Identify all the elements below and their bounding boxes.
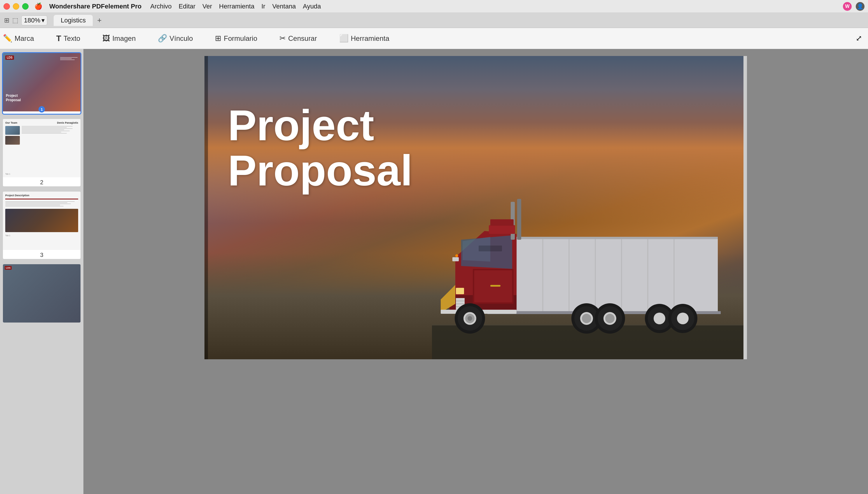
tabbar: ⊞ ⬚ 180% ▾ Logistics + xyxy=(0,13,868,28)
user-avatar: 👤 xyxy=(856,2,865,11)
toolbar-herramienta[interactable]: ⬜ Herramienta xyxy=(336,32,392,45)
thumb1-lines xyxy=(60,57,78,60)
page-number-3: 3 xyxy=(3,250,80,259)
texto-icon: T xyxy=(56,34,61,43)
svg-point-26 xyxy=(468,316,472,321)
toolbar-vinculo[interactable]: 🔗 Vínculo xyxy=(155,32,196,45)
toolbar-right: ⤢ xyxy=(856,34,868,43)
thumb3-footer: Tab 1 xyxy=(5,234,78,236)
page-thumb-4[interactable]: LDS xyxy=(3,264,80,323)
doc-page-1: Project Proposal xyxy=(205,56,747,359)
thumb1-inner: LDS ProjectProposal xyxy=(3,53,80,111)
layout-icon[interactable]: ⬚ xyxy=(12,17,18,24)
svg-rect-14 xyxy=(490,285,501,287)
sidebar: LDS ProjectProposal 1 Our Team xyxy=(0,49,83,494)
title-line1: Project xyxy=(228,101,374,149)
svg-point-50 xyxy=(455,254,458,257)
thumb1-title: ProjectProposal xyxy=(6,94,21,103)
toolbar-censurar[interactable]: ✂ Censurar xyxy=(277,32,320,45)
svg-rect-20 xyxy=(456,288,464,294)
t3l3 xyxy=(5,204,71,204)
menu-archivo[interactable]: Archivo xyxy=(147,1,174,12)
page-number-2: 2 xyxy=(3,177,80,186)
menu-ventana[interactable]: Ventana xyxy=(269,1,299,12)
thumb1-badge: LDS xyxy=(5,55,14,60)
close-button[interactable] xyxy=(3,3,10,10)
thumb3-bar xyxy=(5,198,78,200)
thumb2-footer: Tab 1 xyxy=(5,171,78,175)
line3 xyxy=(22,128,73,129)
svg-rect-48 xyxy=(490,219,514,226)
thumb2-photo2 xyxy=(5,136,20,145)
scroll-track[interactable] xyxy=(743,56,747,359)
thumb3-title: Project Description xyxy=(5,194,78,197)
avatar: W xyxy=(843,2,852,11)
doc-area[interactable]: Project Proposal xyxy=(83,49,868,494)
imagen-icon: 🖼 xyxy=(102,34,110,43)
thumb2-header: Our Team Denis Panagiotis xyxy=(5,121,78,124)
svg-point-41 xyxy=(654,312,665,324)
menubar: 🍎 Wondershare PDFelement Pro Archivo Edi… xyxy=(0,0,868,13)
thumb1-bg: LDS ProjectProposal xyxy=(3,53,80,111)
minimize-button[interactable] xyxy=(13,3,19,10)
expand-icon[interactable]: ⤢ xyxy=(856,34,862,42)
svg-rect-51 xyxy=(479,246,502,251)
menu-herramienta[interactable]: Herramienta xyxy=(216,1,257,12)
menu-ver[interactable]: Ver xyxy=(200,1,215,12)
grid-icon[interactable]: ⊞ xyxy=(4,17,10,24)
censurar-icon: ✂ xyxy=(279,34,286,43)
formulario-icon: ⊞ xyxy=(215,34,221,43)
toolbar-formulario[interactable]: ⊞ Formulario xyxy=(212,32,260,45)
svg-point-44 xyxy=(677,312,688,324)
line5 xyxy=(22,131,70,131)
menu-editar[interactable]: Editar xyxy=(176,1,198,12)
svg-point-38 xyxy=(605,314,615,323)
page-number-1: 1 xyxy=(3,111,80,114)
add-tab-button[interactable]: + xyxy=(94,16,105,25)
page-num-badge-1: 1 xyxy=(38,106,45,113)
menu-ayuda[interactable]: Ayuda xyxy=(300,1,324,12)
toolbar-vinculo-label: Vínculo xyxy=(169,34,193,42)
tab-label: Logistics xyxy=(61,17,86,24)
toolbar-censurar-label: Censurar xyxy=(288,34,317,42)
page-thumb-2[interactable]: Our Team Denis Panagiotis xyxy=(3,119,80,186)
thumb2-our-team: Our Team xyxy=(5,121,17,124)
page-background: Project Proposal xyxy=(205,56,747,359)
main-content: LDS ProjectProposal 1 Our Team xyxy=(0,49,868,494)
herramienta-icon: ⬜ xyxy=(339,34,348,43)
thumb2-bg: Our Team Denis Panagiotis xyxy=(3,119,80,177)
thumb2-inner: Our Team Denis Panagiotis xyxy=(3,119,80,177)
left-strip xyxy=(205,56,208,359)
thumb2-photo1 xyxy=(5,126,20,135)
project-title: Project Proposal xyxy=(228,103,724,193)
page-thumb-3[interactable]: Project Description Tab 1 3 xyxy=(3,192,80,259)
window-controls: ⊞ ⬚ 180% ▾ xyxy=(4,16,47,25)
svg-rect-49 xyxy=(452,257,459,261)
thumb1-line2 xyxy=(60,58,72,59)
toolbar-marca[interactable]: ✏️ Marca xyxy=(0,32,37,45)
maximize-button[interactable] xyxy=(22,3,29,10)
menu-ir[interactable]: Ir xyxy=(259,1,268,12)
thumb3-bg: Project Description Tab 1 xyxy=(3,192,80,250)
toolbar-texto[interactable]: T Texto xyxy=(53,32,83,45)
toolbar-imagen[interactable]: 🖼 Imagen xyxy=(99,32,138,45)
line6 xyxy=(22,132,61,132)
thumb3-lines xyxy=(5,201,78,207)
app-name: Wondershare PDFelement Pro xyxy=(49,3,141,10)
thumb1-line3 xyxy=(60,59,75,60)
thumb2-text-lines xyxy=(22,126,78,145)
line1 xyxy=(22,126,73,127)
thumb3-photo xyxy=(5,209,78,232)
line4 xyxy=(22,130,64,130)
page-thumb-1[interactable]: LDS ProjectProposal 1 xyxy=(3,53,80,114)
thumb4-badge: LDS xyxy=(5,266,12,270)
svg-point-34 xyxy=(582,314,591,323)
tab-logistics[interactable]: Logistics xyxy=(54,15,93,26)
toolbar-imagen-label: Imagen xyxy=(112,34,136,42)
thumb3-inner: Project Description Tab 1 xyxy=(3,192,80,250)
toolbar: ✏️ Marca T Texto 🖼 Imagen 🔗 Vínculo ⊞ Fo… xyxy=(0,28,868,49)
zoom-select[interactable]: 180% ▾ xyxy=(21,16,47,25)
traffic-lights xyxy=(3,3,29,10)
toolbar-herramienta-label: Herramienta xyxy=(351,34,389,42)
menu-items: Archivo Editar Ver Herramienta Ir Ventan… xyxy=(147,1,324,12)
